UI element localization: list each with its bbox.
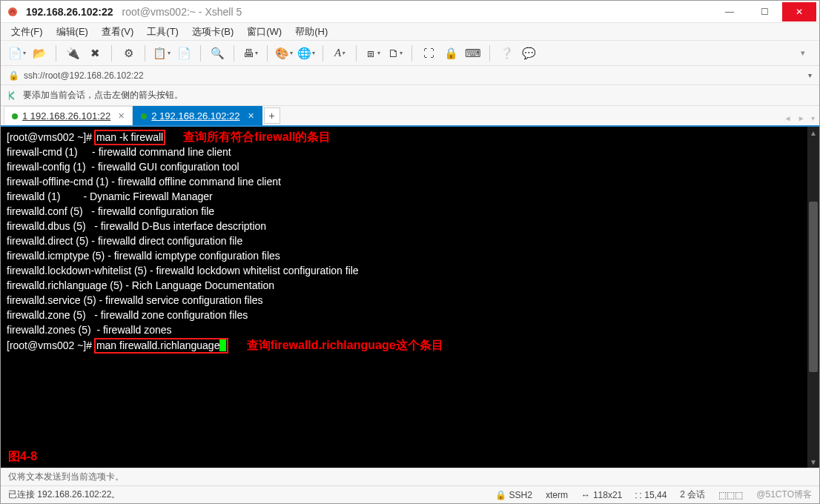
close-icon[interactable]: ✕ [118,111,125,121]
cmd-man-richlanguage: man firewalld.richlanguage [95,339,228,353]
paste-icon[interactable]: 📄 [175,44,193,62]
toolbar-menu-icon[interactable]: ▾ [794,44,812,62]
menu-view[interactable]: 查看(V) [102,25,133,39]
status-term: xterm [546,490,568,500]
color-icon[interactable]: 🎨 [275,44,293,62]
send-hint-bar: 仅将文本发送到当前选项卡。 [1,468,819,485]
term-line: firewalld.dbus (5) - firewalld D-Bus int… [7,220,266,232]
menu-tab[interactable]: 选项卡(B) [192,25,234,39]
terminal-scrollbar[interactable]: ▲ ▼ [807,127,819,468]
hint-bar: 要添加当前会话，点击左侧的箭头按钮。 [1,85,819,106]
term-line: firewalld.lockdown-whitelist (5) - firew… [7,265,359,276]
menu-tools[interactable]: 工具(T) [147,25,179,39]
term-line: firewall-config (1) - firewalld GUI conf… [7,161,239,173]
encoding-icon[interactable]: 🌐 [297,44,315,62]
properties-icon[interactable]: ⚙ [119,44,137,62]
scroll-up-icon[interactable]: ▲ [807,127,819,139]
session-tab-2[interactable]: 2 192.168.26.102:22 ✕ [133,106,262,125]
terminal-output[interactable]: [root@vms002 ~]# man -k firewall 查询所有符合f… [1,127,819,468]
title-host: 192.168.26.102:22 [26,6,113,18]
status-caps: ⬚⬚⬚ [718,490,743,500]
window-minimize[interactable]: — [712,2,747,21]
hint-text: 要添加当前会话，点击左侧的箭头按钮。 [23,89,183,102]
fullscreen-icon[interactable]: ⛶ [420,44,437,62]
annotation-2: 查询firewalld.richlanguage这个条目 [247,339,443,351]
title-session: root@vms002:~ - Xshell 5 [122,6,242,18]
status-size: ↔ 118x21 [581,490,622,500]
new-session-icon[interactable]: 📄 [8,44,26,62]
status-dot-icon [12,113,18,119]
term-line: firewalld.icmptype (5) - firewalld icmpt… [7,250,280,262]
term-line: firewalld (1) - Dynamic Firewall Manager [7,190,213,202]
menu-edit[interactable]: 编辑(E) [56,25,88,39]
figure-label: 图4-8 [8,449,37,463]
address-dropdown-icon[interactable]: ▾ [808,71,812,79]
annotation-1: 查询所有符合firewall的条目 [183,130,331,143]
scroll-thumb[interactable] [809,202,818,372]
addressbar[interactable]: 🔒 ssh://root@192.168.26.102:22 ▾ [1,66,819,85]
term-line: firewalld.richlanguage (5) - Rich Langua… [7,279,274,291]
term-line: firewalld.direct (5) - firewalld direct … [7,235,242,247]
window-maximize[interactable]: ☐ [747,2,781,21]
tab-nav-arrows[interactable]: ◄ ► ▾ [784,114,815,122]
keyboard-icon[interactable]: ⌨ [464,44,482,62]
session-tab-1[interactable]: 1 192.168.26.101:22 ✕ [4,106,133,125]
app-icon [7,6,19,18]
menubar: 文件(F) 编辑(E) 查看(V) 工具(T) 选项卡(B) 窗口(W) 帮助(… [1,23,819,41]
font-icon[interactable]: A [331,44,348,62]
term-line: firewall-offline-cmd (1) - firewalld off… [7,176,281,188]
add-session-arrow-icon[interactable] [7,90,19,102]
send-hint-text: 仅将文本发送到当前选项卡。 [8,471,124,483]
titlebar: 192.168.26.102:22 root@vms002:~ - Xshell… [1,1,819,23]
toolbar: 📄 📂 🔌 ✖ ⚙ 📋 📄 🔍 🖶 🎨 🌐 A 🗉 🗋 ⛶ 🔒 ⌨ ❔ 💬 ▾ [1,41,819,66]
term-line: firewalld.zone (5) - firewalld zone conf… [7,309,248,321]
watermark: @51CTO博客 [756,488,812,501]
menu-help[interactable]: 帮助(H) [295,25,328,39]
feedback-icon[interactable]: 💬 [520,44,538,62]
disconnect-icon[interactable]: ✖ [86,44,104,62]
reconnect-icon[interactable]: 🔌 [64,44,82,62]
cursor-icon [219,339,226,351]
status-pos: ⸬ 15,44 [635,490,667,500]
status-connection: 已连接 192.168.26.102:22。 [8,488,120,501]
svg-point-0 [8,7,17,16]
window-close[interactable]: ✕ [782,2,816,21]
scroll-down-icon[interactable]: ▼ [807,456,819,468]
status-ssh: 🔒 SSH2 [495,490,532,500]
tab-label: 1 192.168.26.101:22 [22,110,110,122]
menu-file[interactable]: 文件(F) [11,25,43,39]
statusbar: 已连接 192.168.26.102:22。 🔒 SSH2 xterm ↔ 11… [1,485,819,503]
help-icon[interactable]: ❔ [497,44,515,62]
cmd-mank: man -k firewall [95,130,165,145]
menu-window[interactable]: 窗口(W) [247,25,282,39]
svg-rect-1 [9,91,10,100]
prompt: [root@vms002 ~]# [7,131,95,143]
status-sessions: 2 会话 [680,488,705,501]
tabbar: 1 192.168.26.101:22 ✕ 2 192.168.26.102:2… [1,106,819,127]
clear-screen-icon[interactable]: 🗋 [386,44,404,62]
clear-scroll-icon[interactable]: 🗉 [364,44,382,62]
copy-icon[interactable]: 📋 [153,44,171,62]
close-icon[interactable]: ✕ [248,111,254,121]
open-icon[interactable]: 📂 [30,44,48,62]
prompt: [root@vms002 ~]# [7,339,95,351]
term-line: firewalld.zones (5) - firewalld zones [7,324,172,336]
term-line: firewalld.conf (5) - firewalld configura… [7,205,214,217]
status-dot-icon [141,113,147,119]
term-line: firewalld.service (5) - firewalld servic… [7,294,262,306]
address-url: ssh://root@192.168.26.102:22 [24,70,144,81]
ssh-lock-icon: 🔒 [8,70,19,81]
tab-label: 2 192.168.26.102:22 [151,110,239,122]
term-line: firewall-cmd (1) - firewalld command lin… [7,146,231,158]
add-tab-button[interactable]: + [264,107,280,124]
lock-icon[interactable]: 🔒 [442,44,460,62]
find-icon[interactable]: 🔍 [208,44,226,62]
print-icon[interactable]: 🖶 [242,44,259,62]
